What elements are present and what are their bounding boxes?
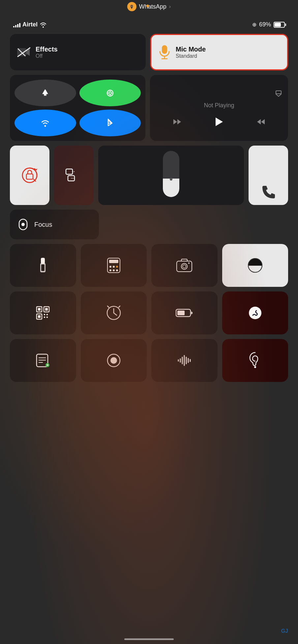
svg-rect-14 xyxy=(66,169,73,174)
bluetooth-button[interactable] xyxy=(79,110,141,136)
brightness-tile[interactable] xyxy=(98,146,244,205)
airplane-mode-button[interactable] xyxy=(15,80,76,106)
svg-rect-22 xyxy=(41,264,45,271)
wifi-toggle-button[interactable] xyxy=(15,110,76,136)
icon-row-2 xyxy=(10,291,288,334)
rewind-button[interactable] xyxy=(172,118,182,126)
row-effects-mic: Effects Off Mic Mode Standard xyxy=(10,34,288,70)
svg-rect-3 xyxy=(162,45,167,54)
qr-scanner-tile[interactable] xyxy=(10,291,76,334)
svg-rect-13 xyxy=(26,174,33,179)
svg-rect-24 xyxy=(109,260,118,263)
wifi-icon xyxy=(40,22,47,28)
svg-point-25 xyxy=(109,266,111,268)
effects-tile[interactable]: Effects Off xyxy=(10,34,146,70)
svg-rect-44 xyxy=(46,314,48,315)
svg-point-28 xyxy=(109,269,111,271)
svg-line-49 xyxy=(114,313,117,315)
svg-point-7 xyxy=(109,92,111,94)
mic-mode-mic-icon xyxy=(159,45,170,59)
brightness-slider[interactable] xyxy=(163,151,179,197)
screen-mirror-tile[interactable] xyxy=(54,146,94,205)
svg-rect-31 xyxy=(177,261,192,272)
svg-point-27 xyxy=(116,266,118,268)
effects-title: Effects xyxy=(36,46,58,53)
row-focus: Focus xyxy=(10,210,288,239)
airplay-icon[interactable] xyxy=(275,89,282,97)
signal-bar-1 xyxy=(13,26,15,27)
display-settings-tile[interactable] xyxy=(222,244,288,287)
mic-mode-text-block: Mic Mode Standard xyxy=(176,46,206,59)
effects-text-block: Effects Off xyxy=(36,46,58,59)
connectivity-tile xyxy=(10,75,145,141)
signal-bar-2 xyxy=(15,25,16,27)
media-player-tile[interactable]: Not Playing xyxy=(150,75,288,141)
brightness-dot xyxy=(170,178,172,181)
svg-rect-46 xyxy=(46,317,48,318)
effects-video-icon xyxy=(17,47,30,57)
not-playing-label: Not Playing xyxy=(156,102,282,109)
flashlight-tile[interactable] xyxy=(10,244,76,287)
svg-point-29 xyxy=(113,269,115,271)
svg-point-69 xyxy=(254,366,256,368)
battery-fill xyxy=(275,23,281,27)
screen-lock-tile[interactable] xyxy=(10,146,49,205)
mic-indicator-dot: 🎙 xyxy=(127,2,136,11)
focus-label: Focus xyxy=(34,221,52,228)
chevron-right-icon: › xyxy=(169,4,171,10)
status-left: Airtel xyxy=(13,21,47,28)
mic-mode-title: Mic Mode xyxy=(176,46,206,53)
camera-tile[interactable] xyxy=(151,244,218,287)
cellular-data-button[interactable] xyxy=(79,80,141,106)
svg-rect-45 xyxy=(44,317,45,318)
fast-forward-button[interactable] xyxy=(256,118,266,126)
hearing-tile[interactable] xyxy=(222,339,288,382)
mic-mode-tile[interactable]: Mic Mode Standard xyxy=(150,34,288,70)
brightness-fill xyxy=(163,179,179,197)
svg-point-52 xyxy=(249,307,261,319)
battery-icon xyxy=(274,22,285,28)
svg-point-61 xyxy=(110,357,117,364)
svg-rect-43 xyxy=(44,314,45,315)
battery-tile[interactable] xyxy=(151,291,218,334)
svg-rect-51 xyxy=(177,311,185,315)
watermark: GJ xyxy=(281,628,288,634)
row-lock-brightness xyxy=(10,146,288,205)
svg-rect-38 xyxy=(38,308,41,311)
effects-subtitle: Off xyxy=(36,53,58,59)
notes-tile[interactable] xyxy=(10,339,76,382)
sound-recognition-tile[interactable] xyxy=(151,339,218,382)
row-connectivity-media: Not Playing xyxy=(10,75,288,141)
play-button[interactable] xyxy=(214,117,224,127)
icon-row-3 xyxy=(10,339,288,382)
svg-point-26 xyxy=(113,266,115,268)
focus-tile[interactable]: Focus xyxy=(10,210,99,239)
media-top xyxy=(156,89,282,97)
screen-record-tile[interactable] xyxy=(81,339,147,382)
svg-point-34 xyxy=(188,262,190,264)
calculator-tile[interactable] xyxy=(81,244,147,287)
svg-rect-20 xyxy=(41,258,45,264)
media-controls xyxy=(156,117,282,127)
svg-point-30 xyxy=(116,269,118,271)
svg-point-32 xyxy=(181,263,187,269)
home-indicator xyxy=(124,638,174,640)
shazam-tile[interactable] xyxy=(222,291,288,334)
whatsapp-label: WhatsApp xyxy=(139,3,166,10)
status-right: ⊕ 69% xyxy=(252,21,285,28)
carrier-label: Airtel xyxy=(22,21,38,28)
svg-point-33 xyxy=(183,265,186,268)
svg-rect-40 xyxy=(45,308,48,311)
svg-rect-42 xyxy=(38,315,41,318)
signal-bar-3 xyxy=(17,24,18,27)
phone-tile[interactable] xyxy=(249,146,288,205)
lock-rotation-icon: ⊕ xyxy=(252,21,256,28)
svg-point-19 xyxy=(21,223,25,226)
whatsapp-banner[interactable]: 🎙 WhatsApp › xyxy=(0,0,298,15)
status-bar: Airtel ⊕ 69% xyxy=(0,15,298,31)
signal-bar-4 xyxy=(19,23,20,27)
control-center: Effects Off Mic Mode Standard xyxy=(0,31,298,389)
mic-mode-subtitle: Standard xyxy=(176,53,206,59)
orange-dot xyxy=(146,5,149,7)
clock-tile[interactable] xyxy=(81,291,147,334)
